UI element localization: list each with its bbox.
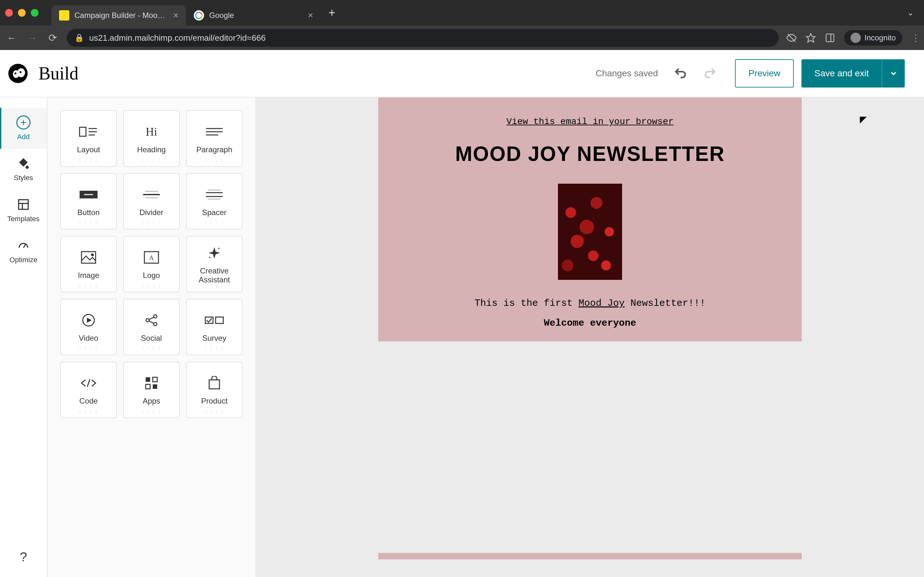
svg-rect-51 xyxy=(209,380,220,389)
kebab-menu-icon[interactable]: ⋮ xyxy=(911,33,919,43)
svg-rect-44 xyxy=(205,317,213,324)
block-logo[interactable]: A Logo ⋮⋮⋮⋮ xyxy=(123,236,180,292)
layout-icon xyxy=(79,123,98,141)
eye-off-icon[interactable] xyxy=(787,33,796,43)
svg-rect-50 xyxy=(153,384,157,389)
save-and-exit-button[interactable]: Save and exit xyxy=(801,59,882,87)
block-code[interactable]: Code ⋮⋮⋮⋮ xyxy=(60,362,117,418)
rail-styles[interactable]: Styles xyxy=(0,149,47,190)
email-canvas[interactable]: View this email in your browser MOOD JOY… xyxy=(256,97,924,577)
redo-button[interactable] xyxy=(703,66,717,81)
block-product[interactable]: Product ⋮⋮⋮⋮ xyxy=(186,362,242,418)
grip-icon: ⋮⋮⋮⋮ xyxy=(141,346,162,351)
gauge-icon xyxy=(16,239,31,253)
block-apps[interactable]: Apps ⋮⋮⋮⋮ xyxy=(123,362,180,418)
mailchimp-logo[interactable] xyxy=(8,63,28,84)
preview-button[interactable]: Preview xyxy=(735,59,794,87)
window-fullscreen-button[interactable] xyxy=(31,9,39,17)
close-icon[interactable]: × xyxy=(173,10,178,21)
rail-add[interactable]: + Add xyxy=(0,108,47,149)
close-icon[interactable]: × xyxy=(308,10,313,21)
block-survey[interactable]: Survey ⋮⋮⋮⋮ xyxy=(186,299,242,355)
email-body[interactable]: View this email in your browser MOOD JOY… xyxy=(378,97,802,577)
shopping-bag-icon xyxy=(207,374,221,392)
svg-point-8 xyxy=(15,73,16,74)
chevron-down-icon[interactable]: ⌄ xyxy=(907,8,914,17)
rail-label: Styles xyxy=(14,174,33,182)
address-bar[interactable]: 🔒 us21.admin.mailchimp.com/email/editor?… xyxy=(67,29,779,47)
block-label: Image xyxy=(78,271,99,280)
browser-tab-active[interactable]: Campaign Builder - Mood Joy × xyxy=(51,5,186,26)
block-heading[interactable]: Hi Heading ⋮⋮⋮⋮ xyxy=(123,110,180,167)
star-icon[interactable] xyxy=(806,33,816,43)
paragraph-icon xyxy=(205,123,223,141)
incognito-badge[interactable]: Incognito xyxy=(844,30,902,45)
newsletter-heading[interactable]: MOOD JOY NEWSLETTER xyxy=(391,142,789,166)
email-section-empty[interactable] xyxy=(378,342,802,553)
rail-templates[interactable]: Templates xyxy=(0,190,47,231)
svg-point-36 xyxy=(209,257,210,258)
tab-title: Campaign Builder - Mood Joy xyxy=(74,11,168,20)
page-title: Build xyxy=(39,63,78,84)
window-close-button[interactable] xyxy=(5,9,13,17)
undo-button[interactable] xyxy=(674,66,688,81)
rail-optimize[interactable]: Optimize xyxy=(0,231,47,272)
svg-point-9 xyxy=(19,71,21,73)
block-creative-assistant[interactable]: Creative Assistant ⋮⋮⋮⋮ xyxy=(186,236,242,292)
save-dropdown-button[interactable] xyxy=(882,59,905,87)
svg-rect-3 xyxy=(826,34,834,42)
view-in-browser-link[interactable]: View this email in your browser xyxy=(507,117,674,127)
block-label: Divider xyxy=(140,208,164,217)
plus-circle-icon: + xyxy=(16,115,31,129)
svg-text:A: A xyxy=(149,254,154,261)
grip-icon: ⋮⋮⋮⋮ xyxy=(78,284,99,288)
logo-icon: A xyxy=(144,248,159,266)
block-label: Logo xyxy=(143,271,160,280)
save-status: Changes saved xyxy=(596,68,658,79)
url-text: us21.admin.mailchimp.com/email/editor?id… xyxy=(89,33,266,43)
block-layout[interactable]: Layout ⋮⋮⋮⋮ xyxy=(60,110,117,167)
block-label: Layout xyxy=(77,145,100,154)
email-section-bottom[interactable] xyxy=(378,553,802,559)
svg-rect-45 xyxy=(216,317,223,324)
back-button[interactable]: ← xyxy=(5,32,18,44)
newsletter-line[interactable]: This is the first Mood Joy Newsletter!!! xyxy=(391,298,789,309)
browser-toolbar-right: Incognito ⋮ xyxy=(787,30,919,45)
browser-tabs: Campaign Builder - Mood Joy × Google × + xyxy=(51,0,335,26)
block-label: Creative Assistant xyxy=(199,266,230,284)
grip-icon: ⋮⋮⋮⋮ xyxy=(141,409,162,414)
incognito-icon xyxy=(851,33,861,43)
panel-icon[interactable] xyxy=(825,33,835,43)
mood-joy-link[interactable]: Mood Joy xyxy=(578,298,625,309)
svg-rect-49 xyxy=(145,384,150,389)
browser-tab[interactable]: Google × xyxy=(186,5,321,26)
svg-marker-38 xyxy=(87,318,92,323)
window-controls xyxy=(5,9,39,17)
new-tab-button[interactable]: + xyxy=(328,6,335,19)
window-minimize-button[interactable] xyxy=(18,9,26,17)
svg-marker-2 xyxy=(806,34,815,42)
block-divider[interactable]: Divider ⋮⋮⋮⋮ xyxy=(123,173,180,229)
heading-icon: Hi xyxy=(145,123,157,141)
sparkle-icon xyxy=(207,244,221,262)
block-social[interactable]: Social ⋮⋮⋮⋮ xyxy=(123,299,180,355)
newsletter-image[interactable] xyxy=(558,184,622,280)
left-rail: + Add Styles Templates Optimize ? xyxy=(0,97,47,577)
block-paragraph[interactable]: Paragraph ⋮⋮⋮⋮ xyxy=(186,110,242,167)
grip-icon: ⋮⋮⋮⋮ xyxy=(141,284,162,288)
mailchimp-favicon xyxy=(59,10,69,21)
text-post: Newsletter!!! xyxy=(625,298,706,309)
email-section-top[interactable]: View this email in your browser MOOD JOY… xyxy=(378,97,802,342)
help-button[interactable]: ? xyxy=(20,550,27,564)
block-spacer[interactable]: Spacer ⋮⋮⋮⋮ xyxy=(186,173,242,229)
code-icon xyxy=(79,374,97,392)
block-video[interactable]: Video ⋮⋮⋮⋮ xyxy=(60,299,117,355)
reload-button[interactable]: ⟳ xyxy=(46,32,59,44)
browser-tab-strip: Campaign Builder - Mood Joy × Google × +… xyxy=(0,0,924,26)
spacer-icon xyxy=(205,185,223,203)
block-image[interactable]: Image ⋮⋮⋮⋮ xyxy=(60,236,117,292)
forward-button[interactable]: → xyxy=(26,32,39,44)
grip-icon: ⋮⋮⋮⋮ xyxy=(204,284,225,288)
welcome-text[interactable]: Welcome everyone xyxy=(391,318,789,329)
block-button[interactable]: Button ⋮⋮⋮⋮ xyxy=(60,173,117,229)
